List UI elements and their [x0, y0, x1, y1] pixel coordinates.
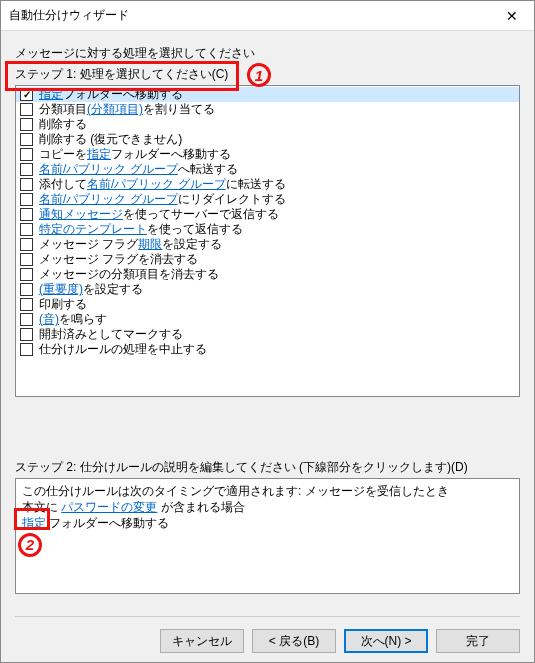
action-link[interactable]: 名前/パブリック グループ: [39, 192, 178, 207]
window-title: 自動仕分けウィザード: [9, 7, 129, 24]
desc-line-1: この仕分けルールは次のタイミングで適用されます: メッセージを受信したとき: [22, 483, 513, 499]
action-link[interactable]: 指定: [39, 87, 63, 102]
action-row[interactable]: メッセージ フラグを消去する: [16, 252, 519, 267]
action-row[interactable]: メッセージ フラグ 期限 を設定する: [16, 237, 519, 252]
action-row[interactable]: (音) を鳴らす: [16, 312, 519, 327]
desc-link-condition[interactable]: パスワードの変更: [61, 500, 157, 514]
close-button[interactable]: ✕: [489, 1, 534, 31]
action-text: を割り当てる: [143, 102, 215, 117]
action-text: フォルダーへ移動する: [63, 87, 183, 102]
action-text: に転送する: [226, 177, 286, 192]
action-row[interactable]: 削除する: [16, 117, 519, 132]
action-text: 削除する (復元できません): [39, 132, 182, 147]
action-link[interactable]: 指定: [87, 147, 111, 162]
back-button[interactable]: < 戻る(B): [252, 629, 336, 653]
action-text: 印刷する: [39, 297, 87, 312]
desc-line-3: 指定 フォルダーへ移動する: [22, 515, 513, 531]
action-checkbox[interactable]: [20, 208, 33, 221]
action-text: メッセージの分類項目を消去する: [39, 267, 219, 282]
action-row[interactable]: 開封済みとしてマークする: [16, 327, 519, 342]
action-row[interactable]: 通知メッセージ を使ってサーバーで返信する: [16, 207, 519, 222]
action-checkbox[interactable]: [20, 88, 33, 101]
action-text: を鳴らす: [59, 312, 107, 327]
action-row[interactable]: 印刷する: [16, 297, 519, 312]
separator: [15, 616, 520, 617]
action-text: メッセージ フラグを消去する: [39, 252, 198, 267]
action-checkbox[interactable]: [20, 268, 33, 281]
button-bar: キャンセル < 戻る(B) 次へ(N) > 完了: [1, 617, 534, 663]
step1-label: ステップ 1: 処理を選択してください(C): [15, 66, 520, 83]
action-text: を使って返信する: [147, 222, 243, 237]
action-row[interactable]: 分類項目 (分類項目) を割り当てる: [16, 102, 519, 117]
action-checkbox[interactable]: [20, 163, 33, 176]
titlebar: 自動仕分けウィザード ✕: [1, 1, 534, 31]
action-row[interactable]: 名前/パブリック グループ にリダイレクトする: [16, 192, 519, 207]
action-text: フォルダーへ移動する: [111, 147, 231, 162]
action-row[interactable]: コピーを 指定 フォルダーへ移動する: [16, 147, 519, 162]
action-text: メッセージ フラグ: [39, 237, 138, 252]
callout-number-2: 2: [18, 533, 42, 557]
action-text: を設定する: [83, 282, 143, 297]
action-link[interactable]: (音): [39, 312, 59, 327]
action-checkbox[interactable]: [20, 328, 33, 341]
action-link[interactable]: (重要度): [39, 282, 83, 297]
step2-label: ステップ 2: 仕分けルールの説明を編集してください (下線部分をクリックします…: [15, 459, 520, 476]
action-text: へ転送する: [178, 162, 238, 177]
action-text: 開封済みとしてマークする: [39, 327, 183, 342]
action-listbox[interactable]: 指定 フォルダーへ移動する分類項目 (分類項目) を割り当てる削除する削除する …: [15, 85, 520, 397]
action-checkbox[interactable]: [20, 313, 33, 326]
desc-link-folder[interactable]: 指定: [22, 516, 46, 530]
action-link[interactable]: (分類項目): [87, 102, 143, 117]
action-row[interactable]: (重要度) を設定する: [16, 282, 519, 297]
action-row[interactable]: 仕分けルールの処理を中止する: [16, 342, 519, 357]
action-text: を設定する: [162, 237, 222, 252]
action-checkbox[interactable]: [20, 148, 33, 161]
action-checkbox[interactable]: [20, 178, 33, 191]
close-icon: ✕: [506, 8, 518, 24]
action-link[interactable]: 特定のテンプレート: [39, 222, 147, 237]
rule-description-box[interactable]: この仕分けルールは次のタイミングで適用されます: メッセージを受信したとき 本文…: [15, 478, 520, 594]
action-text: 削除する: [39, 117, 87, 132]
action-checkbox[interactable]: [20, 298, 33, 311]
instruction-text: メッセージに対する処理を選択してください: [15, 45, 520, 62]
finish-button[interactable]: 完了: [436, 629, 520, 653]
action-checkbox[interactable]: [20, 253, 33, 266]
action-checkbox[interactable]: [20, 193, 33, 206]
action-row[interactable]: 特定のテンプレート を使って返信する: [16, 222, 519, 237]
action-checkbox[interactable]: [20, 118, 33, 131]
action-text: を使ってサーバーで返信する: [123, 207, 279, 222]
action-checkbox[interactable]: [20, 223, 33, 236]
action-text: コピーを: [39, 147, 87, 162]
action-row[interactable]: 名前/パブリック グループ へ転送する: [16, 162, 519, 177]
action-text: 仕分けルールの処理を中止する: [39, 342, 207, 357]
action-link[interactable]: 名前/パブリック グループ: [39, 162, 178, 177]
action-checkbox[interactable]: [20, 343, 33, 356]
action-row[interactable]: 指定 フォルダーへ移動する: [16, 87, 519, 102]
action-link[interactable]: 名前/パブリック グループ: [87, 177, 226, 192]
action-checkbox[interactable]: [20, 283, 33, 296]
action-text: 添付して: [39, 177, 87, 192]
action-link[interactable]: 通知メッセージ: [39, 207, 123, 222]
action-text: 分類項目: [39, 102, 87, 117]
desc-line-2: 本文に パスワードの変更 が含まれる場合: [22, 499, 513, 515]
action-link[interactable]: 期限: [138, 237, 162, 252]
action-checkbox[interactable]: [20, 133, 33, 146]
action-row[interactable]: 削除する (復元できません): [16, 132, 519, 147]
action-checkbox[interactable]: [20, 238, 33, 251]
action-text: にリダイレクトする: [178, 192, 286, 207]
action-row[interactable]: 添付して 名前/パブリック グループ に転送する: [16, 177, 519, 192]
cancel-button[interactable]: キャンセル: [160, 629, 244, 653]
next-button[interactable]: 次へ(N) >: [344, 629, 428, 653]
action-checkbox[interactable]: [20, 103, 33, 116]
action-row[interactable]: メッセージの分類項目を消去する: [16, 267, 519, 282]
